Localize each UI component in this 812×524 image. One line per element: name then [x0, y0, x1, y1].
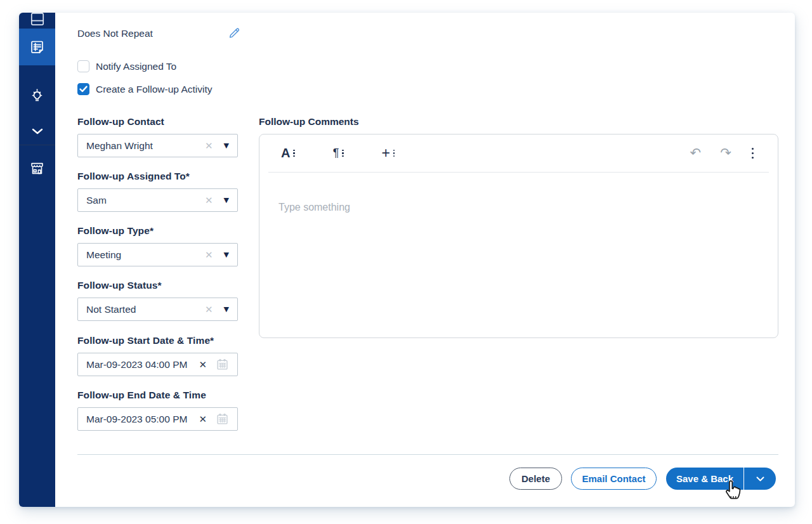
more-options-button[interactable] [750, 147, 755, 160]
paragraph-icon: ¶ [333, 147, 339, 160]
save-and-back-label: Save & Back [676, 473, 733, 484]
follow-up-comments-label: Follow-up Comments [259, 116, 359, 128]
footer-divider [77, 454, 778, 455]
follow-up-contact-label: Follow-up Contact [77, 116, 238, 128]
create-follow-up-checkbox[interactable] [77, 83, 89, 95]
notify-assigned-label: Notify Assigned To [96, 61, 176, 72]
undo-button[interactable]: ↶ [690, 147, 702, 160]
save-options-button[interactable] [744, 468, 776, 490]
clear-icon[interactable]: ✕ [205, 141, 213, 150]
redo-button[interactable]: ↷ [720, 147, 731, 160]
caret-down-icon[interactable]: ▼ [224, 306, 229, 313]
follow-up-contact-select[interactable]: Meghan Wright ✕ ▼ [77, 134, 238, 157]
plus-icon: + [382, 145, 390, 162]
email-contact-button[interactable]: Email Contact [571, 468, 657, 490]
calendar-icon[interactable] [216, 412, 229, 426]
follow-up-type-label: Follow-up Type* [77, 225, 238, 237]
follow-up-start-input[interactable]: Mar-09-2023 04:00 PM ✕ [77, 353, 238, 376]
editor-toolbar: A ¶ + ↶ ↷ [259, 134, 778, 172]
datetime-value: Mar-09-2023 05:00 PM [86, 414, 199, 425]
insert-button[interactable]: + [382, 145, 395, 162]
recurrence-text: Does Not Repeat [77, 28, 153, 39]
follow-up-end-label: Follow-up End Date & Time [77, 390, 238, 401]
dropdown-dots-icon [293, 150, 294, 157]
clear-icon[interactable]: ✕ [205, 195, 213, 205]
follow-up-status-select[interactable]: Not Started ✕ ▼ [77, 298, 238, 321]
caret-down-icon[interactable]: ▼ [224, 197, 229, 204]
select-value: Sam [86, 195, 205, 206]
select-value: Meeting [86, 249, 205, 261]
comments-text-area[interactable]: Type something [259, 173, 778, 337]
save-and-back-split-button: Save & Back [666, 468, 776, 490]
follow-up-type-select[interactable]: Meeting ✕ ▼ [77, 243, 238, 266]
delete-button[interactable]: Delete [509, 468, 562, 490]
delete-button-label: Delete [521, 473, 550, 484]
follow-up-assigned-label: Follow-up Assigned To* [77, 171, 238, 182]
chevron-down-icon [756, 476, 764, 481]
edit-recurrence-button[interactable] [227, 26, 241, 40]
email-contact-button-label: Email Contact [582, 473, 645, 484]
follow-up-assigned-select[interactable]: Sam ✕ ▼ [77, 188, 238, 212]
clear-icon[interactable]: ✕ [199, 360, 207, 369]
text-format-button[interactable]: A [281, 146, 295, 160]
select-value: Not Started [86, 304, 205, 315]
checkmark-icon [79, 86, 88, 93]
paragraph-format-button[interactable]: ¶ [333, 147, 344, 160]
clear-icon[interactable]: ✕ [199, 414, 207, 424]
comments-editor: A ¶ + ↶ ↷ Type something [259, 134, 778, 338]
dropdown-dots-icon [393, 150, 395, 157]
follow-up-end-input[interactable]: Mar-09-2023 05:00 PM ✕ [77, 407, 238, 431]
caret-down-icon[interactable]: ▼ [224, 251, 229, 258]
text-format-icon: A [281, 146, 290, 160]
datetime-value: Mar-09-2023 04:00 PM [86, 359, 199, 370]
comments-placeholder: Type something [278, 202, 350, 213]
dropdown-dots-icon [342, 150, 343, 157]
pencil-icon [227, 26, 241, 40]
create-follow-up-label: Create a Follow-up Activity [96, 84, 213, 95]
clear-icon[interactable]: ✕ [205, 305, 213, 314]
follow-up-start-label: Follow-up Start Date & Time* [77, 335, 238, 346]
notify-assigned-checkbox[interactable] [77, 60, 89, 72]
select-value: Meghan Wright [86, 140, 205, 152]
clear-icon[interactable]: ✕ [205, 250, 213, 259]
redo-icon: ↷ [720, 147, 731, 160]
caret-down-icon[interactable]: ▼ [224, 142, 229, 149]
undo-icon: ↶ [690, 147, 702, 160]
save-and-back-button[interactable]: Save & Back [666, 468, 743, 490]
follow-up-status-label: Follow-up Status* [77, 280, 238, 291]
main-panel: Does Not Repeat Notify Assigned To Creat… [19, 13, 795, 507]
calendar-icon[interactable] [216, 358, 229, 371]
